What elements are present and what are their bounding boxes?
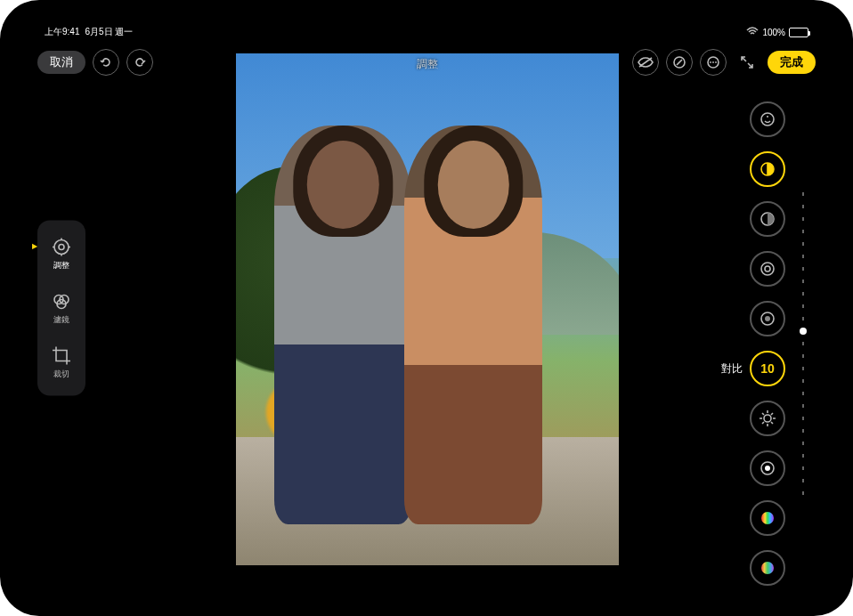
tool-adjust[interactable]: 調整 <box>41 233 82 275</box>
tool-adjust-label: 調整 <box>53 260 69 272</box>
adjust-shadows[interactable] <box>750 301 785 336</box>
undo-button[interactable] <box>93 49 119 76</box>
svg-point-15 <box>765 266 770 272</box>
status-date: 6月5日 週一 <box>85 26 133 38</box>
svg-point-11 <box>767 116 768 118</box>
top-toolbar: 取消 完成 <box>37 46 816 78</box>
status-bar: 上午9:41 6月5日 週一 100% <box>45 25 808 39</box>
slider-track <box>802 192 804 495</box>
slider-thumb[interactable] <box>800 328 807 335</box>
svg-point-21 <box>761 512 774 524</box>
visibility-toggle-button[interactable] <box>632 49 659 76</box>
fullscreen-button[interactable] <box>734 49 760 76</box>
battery-icon <box>789 28 808 37</box>
cancel-button[interactable]: 取消 <box>37 51 85 74</box>
tool-filters-label: 濾鏡 <box>53 314 69 326</box>
status-time: 上午9:41 <box>45 26 79 38</box>
svg-point-22 <box>761 562 774 574</box>
tool-filters[interactable]: 濾鏡 <box>41 288 82 329</box>
svg-point-3 <box>712 61 714 63</box>
adjust-brightness[interactable] <box>750 401 785 436</box>
adjust-contrast-value[interactable]: 10 <box>750 351 785 386</box>
svg-point-18 <box>764 415 771 422</box>
tool-crop[interactable]: 裁切 <box>41 342 82 384</box>
edit-mode-rail: 調整 濾鏡 裁切 <box>37 221 85 396</box>
adjust-vibrance[interactable] <box>750 550 785 586</box>
svg-point-4 <box>715 61 717 63</box>
svg-point-17 <box>765 316 770 321</box>
wifi-icon <box>746 27 759 38</box>
redo-button[interactable] <box>126 49 153 76</box>
photo-canvas[interactable]: 調整 <box>236 53 619 565</box>
tool-crop-label: 裁切 <box>53 369 69 380</box>
svg-point-20 <box>765 466 770 471</box>
svg-point-10 <box>761 113 774 126</box>
svg-point-6 <box>59 245 64 250</box>
adjust-contrast-label: 對比 <box>716 361 743 377</box>
done-button[interactable]: 完成 <box>768 51 816 74</box>
markup-button[interactable] <box>666 49 693 76</box>
adjust-auto[interactable] <box>750 101 785 137</box>
photo-person-left <box>274 126 412 525</box>
adjustments-panel: 對比 10 <box>705 125 812 563</box>
adjust-saturation[interactable] <box>750 500 785 536</box>
adjust-brilliance[interactable] <box>750 201 785 237</box>
adjust-blackpoint[interactable] <box>750 450 785 486</box>
adjustment-slider[interactable] <box>794 192 812 495</box>
adjust-exposure[interactable] <box>750 151 785 187</box>
svg-point-14 <box>761 263 774 275</box>
photo-person-right <box>404 126 542 525</box>
more-button[interactable] <box>700 49 727 76</box>
svg-point-2 <box>710 61 711 63</box>
svg-point-5 <box>54 240 69 255</box>
adjust-highlights[interactable] <box>750 251 785 287</box>
battery-pct: 100% <box>762 28 785 37</box>
